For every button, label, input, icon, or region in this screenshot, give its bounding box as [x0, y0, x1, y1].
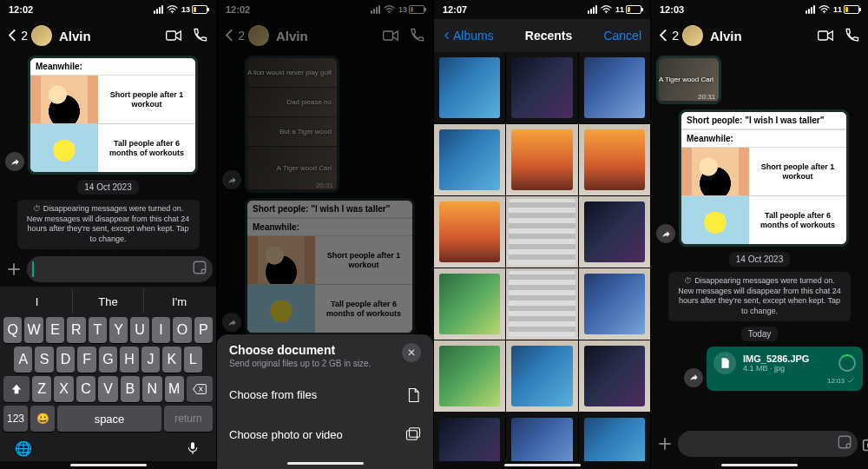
photo-thumb[interactable]: [506, 340, 577, 412]
contact-name[interactable]: Alvin: [710, 29, 811, 43]
key-z[interactable]: Z: [32, 376, 51, 402]
delete-key[interactable]: [187, 376, 213, 402]
photo-thumb[interactable]: [434, 340, 505, 412]
cellular-icon: [806, 5, 815, 14]
video-call-button[interactable]: [162, 24, 185, 47]
photo-thumb[interactable]: [579, 413, 650, 461]
avatar[interactable]: [31, 25, 52, 46]
key-j[interactable]: J: [141, 347, 160, 373]
photo-thumb[interactable]: [434, 124, 505, 195]
system-message[interactable]: ⏱Disappearing messages were turned on. N…: [668, 272, 851, 321]
avatar[interactable]: [682, 25, 703, 46]
photo-thumb[interactable]: [434, 196, 505, 268]
key-n[interactable]: N: [142, 376, 161, 402]
key-c[interactable]: C: [76, 376, 95, 402]
emoji-key[interactable]: 😀: [30, 406, 55, 432]
photo-thumb[interactable]: [579, 196, 650, 268]
suggestion[interactable]: I: [2, 289, 73, 314]
incoming-message[interactable]: Meanwhile: Short people after 1 workout …: [28, 56, 198, 175]
photo-thumb[interactable]: [579, 124, 650, 195]
photo-thumb[interactable]: [579, 268, 650, 340]
key-k[interactable]: K: [162, 347, 181, 373]
upload-progress[interactable]: [838, 354, 856, 372]
message-field[interactable]: [38, 262, 187, 277]
key-e[interactable]: E: [46, 317, 64, 343]
key-d[interactable]: D: [56, 347, 75, 373]
forward-button[interactable]: [5, 152, 24, 171]
key-o[interactable]: O: [173, 317, 191, 343]
message-input[interactable]: [27, 256, 213, 282]
sticker-button[interactable]: [837, 434, 852, 453]
sticker-button[interactable]: [192, 260, 207, 279]
globe-key[interactable]: 🌐: [14, 439, 33, 458]
sent-tick-icon: [847, 377, 856, 386]
dictation-key[interactable]: [183, 439, 202, 458]
home-indicator[interactable]: [721, 464, 798, 466]
forward-button[interactable]: [684, 368, 703, 387]
photo-thumb[interactable]: [434, 268, 505, 340]
incoming-message[interactable]: A Tiger wood Carl 20:31: [656, 56, 721, 104]
key-g[interactable]: G: [99, 347, 117, 373]
return-key[interactable]: return: [164, 406, 213, 432]
key-q[interactable]: Q: [3, 317, 22, 343]
key-a[interactable]: A: [14, 347, 32, 373]
forward-button[interactable]: [656, 224, 675, 243]
close-button[interactable]: ✕: [402, 343, 421, 362]
incoming-message[interactable]: Short people: "I wish I was taller" Mean…: [679, 109, 849, 247]
attach-button[interactable]: [5, 258, 23, 281]
choose-from-files[interactable]: Choose from files: [229, 375, 421, 413]
cancel-button[interactable]: Cancel: [603, 29, 641, 43]
photo-thumb[interactable]: [506, 124, 577, 195]
key-h[interactable]: H: [120, 347, 138, 373]
key-m[interactable]: M: [165, 376, 184, 402]
photo-thumb[interactable]: [434, 52, 505, 123]
photo-thumb[interactable]: [579, 340, 650, 412]
photo-thumb[interactable]: [506, 196, 577, 268]
numbers-key[interactable]: 123: [3, 406, 28, 432]
photo-thumb[interactable]: [506, 268, 577, 340]
attach-button[interactable]: [656, 433, 674, 455]
key-t[interactable]: T: [89, 317, 107, 343]
photo-grid[interactable]: [434, 52, 650, 461]
key-v[interactable]: V: [98, 376, 117, 402]
choose-photo-video[interactable]: Choose photo or video: [229, 415, 421, 453]
key-y[interactable]: Y: [109, 317, 128, 343]
key-f[interactable]: F: [77, 347, 95, 373]
suggestion[interactable]: I'm: [144, 289, 214, 314]
system-message[interactable]: ⏱Disappearing messages were turned on. N…: [17, 200, 200, 249]
key-i[interactable]: I: [152, 317, 170, 343]
key-b[interactable]: B: [121, 376, 140, 402]
home-indicator[interactable]: [287, 462, 364, 465]
space-key[interactable]: space: [57, 406, 161, 432]
message-field[interactable]: [683, 437, 832, 452]
key-u[interactable]: U: [130, 317, 148, 343]
message-input[interactable]: [678, 431, 858, 457]
contact-name[interactable]: Alvin: [59, 29, 159, 43]
key-r[interactable]: R: [67, 317, 85, 343]
voice-call-button[interactable]: [188, 24, 211, 47]
voice-call-button[interactable]: [840, 24, 863, 47]
chat-area[interactable]: Meanwhile: Short people after 1 workout …: [0, 52, 216, 252]
albums-back-button[interactable]: Albums: [443, 29, 494, 43]
back-button[interactable]: 2: [5, 24, 28, 47]
chat-area[interactable]: A Tiger wood Carl 20:31 Short people: "I…: [651, 52, 868, 426]
video-call-button[interactable]: [814, 24, 837, 47]
key-l[interactable]: L: [184, 347, 202, 373]
key-x[interactable]: X: [54, 376, 73, 402]
message-row: Meanwhile: Short people after 1 workout …: [5, 56, 211, 175]
file-message[interactable]: IMG_5286.JPG 4.1 MB · jpg 12:03: [707, 347, 863, 391]
key-p[interactable]: P: [194, 317, 213, 343]
suggestion[interactable]: The: [73, 289, 144, 314]
shift-key[interactable]: [3, 376, 30, 402]
key-w[interactable]: W: [24, 317, 43, 343]
meme-image: Short people: "I wish I was taller" Mean…: [681, 112, 846, 244]
camera-button[interactable]: [862, 433, 868, 455]
back-button[interactable]: 2: [656, 24, 679, 47]
home-indicator[interactable]: [70, 464, 147, 466]
home-indicator[interactable]: [504, 464, 581, 466]
photo-thumb[interactable]: [506, 52, 577, 123]
photo-thumb[interactable]: [506, 413, 577, 461]
key-s[interactable]: S: [35, 347, 53, 373]
photo-thumb[interactable]: [434, 413, 505, 461]
photo-thumb[interactable]: [579, 52, 650, 123]
